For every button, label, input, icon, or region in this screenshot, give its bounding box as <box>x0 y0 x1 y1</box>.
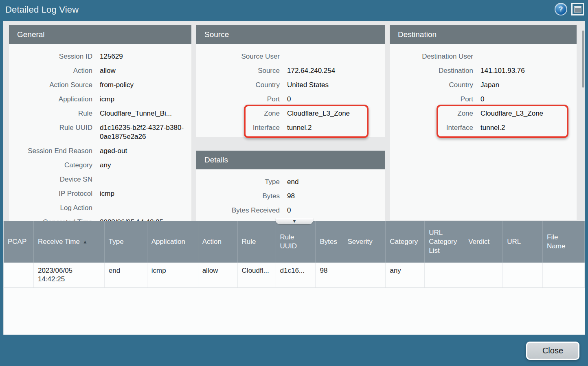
field-row: Bytes Received0 <box>196 204 385 218</box>
field-value: Japan <box>480 81 499 90</box>
field-value: 0 <box>480 95 484 104</box>
column-header-label: Application <box>151 237 185 246</box>
field-value: 0 <box>287 206 291 215</box>
field-label: Bytes Received <box>196 206 280 215</box>
column-header-label: Type <box>109 237 124 246</box>
field-label: Rule <box>9 109 92 118</box>
field-value: allow <box>100 66 116 75</box>
field-label: Destination User <box>390 52 473 61</box>
close-button[interactable]: Close <box>526 342 579 360</box>
column-header-label: Severity <box>347 237 372 246</box>
column-header-label: Receive Time <box>38 237 80 246</box>
field-value: end <box>287 178 298 186</box>
annotation-box-source-zone-interface <box>244 105 369 138</box>
page-title: Detailed Log View <box>5 4 79 15</box>
column-header-label: Rule UUID <box>280 233 312 251</box>
column-header-severity[interactable]: Severity <box>343 221 386 263</box>
field-value: any <box>100 161 111 170</box>
field-row: Session End Reasonaged-out <box>9 144 191 158</box>
panel-general-header: General <box>9 25 191 44</box>
column-header-label: URL <box>507 237 521 246</box>
table-header-row: PCAP Receive Time▲ Type Application Acti… <box>4 221 585 263</box>
panel-source-header: Source <box>196 25 385 44</box>
column-header-bytes[interactable]: Bytes <box>316 221 343 263</box>
column-header-label: Verdict <box>468 237 489 246</box>
panel-details-body: Typeend Bytes98 Bytes Received0 <box>196 169 385 218</box>
field-label: Session End Reason <box>9 147 92 156</box>
field-row: Generated Time2023/06/05 14:42:25 <box>9 215 191 221</box>
panel-details: Details Typeend Bytes98 Bytes Received0 <box>196 151 385 221</box>
field-row: CountryJapan <box>390 78 577 92</box>
field-row: Actionallow <box>9 64 191 78</box>
field-label: IP Protocol <box>9 189 92 198</box>
panel-details-header: Details <box>196 151 385 169</box>
cell-file-name <box>543 263 585 287</box>
field-label: Source <box>196 66 280 75</box>
field-label: Session ID <box>9 52 92 61</box>
field-row: Source172.64.240.254 <box>196 64 385 78</box>
field-row: Destination User <box>390 50 577 64</box>
field-label: Application <box>9 95 92 104</box>
field-row: Source User <box>196 50 385 64</box>
log-table: ▼ PCAP Receive Time▲ Type Application Ac… <box>3 221 585 335</box>
help-icon-glyph: ? <box>559 6 563 13</box>
field-value: 98 <box>287 192 295 201</box>
field-label: Destination <box>390 66 473 75</box>
column-header-url[interactable]: URL <box>503 221 543 263</box>
column-header-label: URL Category List <box>429 228 460 255</box>
column-header-verdict[interactable]: Verdict <box>464 221 503 263</box>
field-label: Country <box>390 81 473 90</box>
field-label: Log Action <box>9 204 92 213</box>
field-row: Typeend <box>196 175 385 189</box>
field-value: icmp <box>100 95 114 104</box>
cell-category: any <box>386 263 425 287</box>
table-collapse-handle[interactable]: ▼ <box>276 218 313 224</box>
cell-application: icmp <box>147 263 198 287</box>
field-value: United States <box>287 81 329 90</box>
field-row: RuleCloudflare_Tunnel_Bi... <box>9 107 191 121</box>
field-label: Bytes <box>196 192 280 201</box>
cell-type: end <box>105 263 147 287</box>
table-row[interactable]: 2023/06/05 14:42:25 end icmp allow Cloud… <box>4 263 585 288</box>
cell-bytes: 98 <box>316 263 343 287</box>
cell-verdict <box>464 263 503 287</box>
field-label: Action <box>9 66 92 75</box>
column-header-pcap[interactable]: PCAP <box>4 221 34 263</box>
column-header-action[interactable]: Action <box>198 221 238 263</box>
field-row: Device SN <box>9 173 191 187</box>
titlebar-icons: ? <box>555 3 584 15</box>
cell-pcap <box>4 263 34 287</box>
panel-general-body: Session ID125629 Actionallow Action Sour… <box>9 44 191 221</box>
field-label: Generated Time <box>9 218 92 221</box>
column-header-url-category-list[interactable]: URL Category List <box>425 221 464 263</box>
field-label: Device SN <box>9 175 92 184</box>
column-header-type[interactable]: Type <box>105 221 147 263</box>
field-row: Rule UUIDd1c16235-b2f2-4327-b380-0ae1875… <box>9 121 191 144</box>
field-label: Type <box>196 178 280 186</box>
field-label: Source User <box>196 52 280 61</box>
field-value: aged-out <box>100 147 127 156</box>
field-label: Port <box>196 95 280 104</box>
column-header-category[interactable]: Category <box>386 221 425 263</box>
field-value: 172.64.240.254 <box>287 66 335 75</box>
field-value: Cloudflare_Tunnel_Bi... <box>100 109 172 118</box>
collapse-arrow-icon: ▼ <box>292 219 297 224</box>
column-header-rule-uuid[interactable]: Rule UUID <box>276 221 316 263</box>
field-row: Log Action <box>9 201 191 215</box>
field-label: Category <box>9 161 92 170</box>
column-header-file-name[interactable]: File Name <box>543 221 585 263</box>
field-value: icmp <box>100 189 114 198</box>
cell-url <box>503 263 543 287</box>
scrollbar-thumb[interactable] <box>582 31 584 88</box>
column-header-application[interactable]: Application <box>147 221 198 263</box>
field-row: Applicationicmp <box>9 92 191 107</box>
field-value: d1c16235-b2f2-4327-b380-0ae1875e2a26 <box>100 123 186 141</box>
field-row: Categoryany <box>9 158 191 173</box>
cell-action: allow <box>198 263 238 287</box>
column-header-rule[interactable]: Rule <box>238 221 276 263</box>
window-icon[interactable] <box>571 3 584 15</box>
log-detail-panels-area: General Session ID125629 Actionallow Act… <box>3 21 585 221</box>
column-header-label: Category <box>390 237 418 246</box>
column-header-receive-time[interactable]: Receive Time▲ <box>34 221 105 263</box>
help-icon[interactable]: ? <box>555 4 566 15</box>
